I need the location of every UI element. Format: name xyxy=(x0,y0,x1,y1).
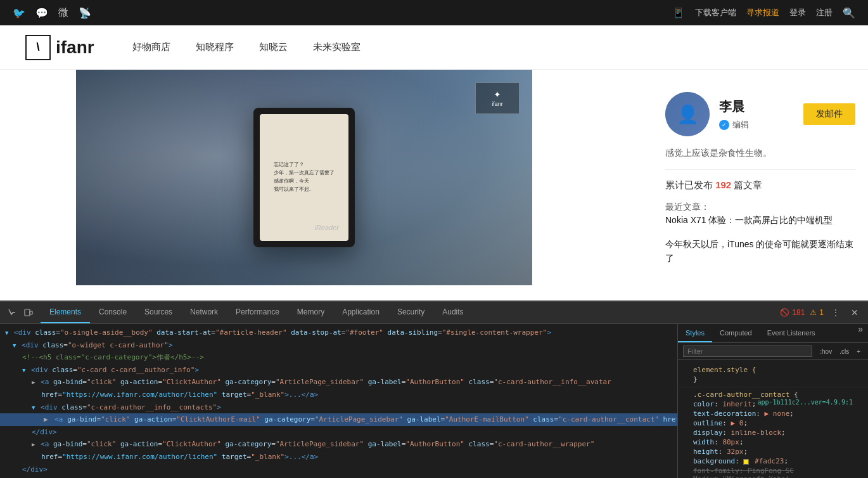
badge-text: 编辑 xyxy=(732,119,749,131)
html-line-9[interactable]: ▶ <a ga-bind="click" ga-action="ClicktAu… xyxy=(0,438,677,451)
color-swatch xyxy=(743,459,749,465)
html-line-4[interactable]: ▶ <a ga-bind="click" ga-action="ClicktAu… xyxy=(0,376,677,389)
styles-content: element.style { } .c-card-author__contac… xyxy=(678,360,868,478)
toggle-add[interactable]: + xyxy=(854,347,863,356)
rss-icon[interactable]: 📡 xyxy=(79,7,91,19)
stats-suffix: 篇文章 xyxy=(734,179,762,190)
topnav-right: 📱 下载客户端 寻求报道 登录 注册 🔍 xyxy=(672,7,855,19)
devtools-content: ▼ <div class="o-single-aside__body" data… xyxy=(0,324,868,478)
html-line-3[interactable]: ▼ <div class="c-card c-card__author_info… xyxy=(0,364,677,377)
arrow-9[interactable]: ▶ xyxy=(32,441,35,448)
inspector-icon[interactable] xyxy=(5,306,19,320)
devtools-panel: Elements Console Sources Network Perform… xyxy=(0,300,868,478)
error-icon: 🚫 xyxy=(780,308,789,317)
tab-memory[interactable]: Memory xyxy=(288,302,333,323)
styles-panel: Styles Computed Event Listeners » :hov .… xyxy=(678,324,868,478)
html-line-2[interactable]: <!--<h5 class="c-card-category">作者</h5>-… xyxy=(0,351,677,364)
top-navbar: 🐦 💬 微 📡 📱 下载客户端 寻求报道 登录 注册 🔍 xyxy=(0,0,868,25)
download-client-link[interactable]: 下载客户端 xyxy=(695,7,736,18)
author-bio: 感觉上应该是杂食性生物。 xyxy=(665,146,855,160)
style-rule-element: element.style { } xyxy=(678,363,868,387)
html-line-12[interactable]: ▶ <div class="c-card c-card-author__intr… xyxy=(0,475,677,478)
right-panel-tabs: Styles Computed Event Listeners » xyxy=(678,324,868,343)
elements-panel[interactable]: ▼ <div class="o-single-aside__body" data… xyxy=(0,324,678,478)
tab-performance[interactable]: Performance xyxy=(227,302,288,323)
recent-label: 最近文章： xyxy=(665,202,710,212)
seek-report-link[interactable]: 寻求报道 xyxy=(746,7,779,18)
logo-text: ifanr xyxy=(56,37,94,58)
nav-link-program[interactable]: 知晓程序 xyxy=(196,41,234,53)
recent-article-0[interactable]: Nokia X71 体验：一款高屏占比的中端机型 xyxy=(665,213,855,227)
tab-application[interactable]: Application xyxy=(333,302,388,323)
svg-rect-0 xyxy=(25,309,30,316)
nav-link-shop[interactable]: 好物商店 xyxy=(132,41,170,53)
tab-audits[interactable]: Audits xyxy=(433,302,472,323)
avatar-placeholder: 👤 xyxy=(665,92,710,136)
html-line-8[interactable]: </div> xyxy=(0,426,677,439)
toggle-cls[interactable]: .cls xyxy=(837,347,852,356)
ereader-text: 忘记这了了？ 少年，第一次真忘了需要了 感谢你啊，今天 我可以来了不起. xyxy=(274,161,335,193)
toggle-hover[interactable]: :hov xyxy=(817,347,834,356)
contact-source: app-1b111c2...ver=4.9.9:1 xyxy=(757,399,853,406)
badge-icon: ✓ xyxy=(719,120,729,130)
expand-right-tabs[interactable]: » xyxy=(853,324,868,342)
tab-computed[interactable]: Computed xyxy=(712,324,760,342)
html-line-6[interactable]: ▼ <div class="c-card-author__info__conta… xyxy=(0,401,677,414)
filter-bar: :hov .cls + xyxy=(678,343,868,360)
style-prop-width: width: 80px; xyxy=(683,437,863,447)
send-mail-button[interactable]: 发邮件 xyxy=(803,103,855,125)
more-options-button[interactable]: ⋮ xyxy=(829,306,843,320)
filter-toggles: :hov .cls + xyxy=(817,347,863,356)
arrow-4[interactable]: ▶ xyxy=(32,379,35,385)
devtools-left-icons xyxy=(0,306,41,320)
logo-symbol: \ xyxy=(36,41,39,54)
author-card: 👤 李晨 ✓ 编辑 发邮件 感觉上应该是杂食性生物。 累计已发布 192 xyxy=(665,82,855,285)
tab-console[interactable]: Console xyxy=(90,302,136,323)
device-icon[interactable] xyxy=(22,306,35,320)
tab-styles[interactable]: Styles xyxy=(678,324,712,342)
arrow-6[interactable]: ▼ xyxy=(32,404,35,411)
twitter-icon[interactable]: 🐦 xyxy=(13,7,25,19)
nav-link-lab[interactable]: 未来实验室 xyxy=(313,41,361,53)
register-link[interactable]: 注册 xyxy=(816,7,833,18)
sidebar: 👤 李晨 ✓ 编辑 发邮件 感觉上应该是杂食性生物。 累计已发布 192 xyxy=(653,70,868,300)
wechat-icon[interactable]: 💬 xyxy=(35,7,48,19)
login-link[interactable]: 登录 xyxy=(789,7,806,18)
arrow-0[interactable]: ▼ xyxy=(5,330,8,336)
tab-security[interactable]: Security xyxy=(388,302,433,323)
html-line-1[interactable]: ▼ <div class="o-widget c-card-author"> xyxy=(0,339,677,352)
devtools-tabs: Elements Console Sources Network Perform… xyxy=(41,302,473,323)
page-wrapper: 🐦 💬 微 📡 📱 下载客户端 寻求报道 登录 注册 🔍 \ ifanr 好物商… xyxy=(0,0,868,478)
html-line-5[interactable]: href="https://www.ifanr.com/author/liche… xyxy=(0,389,677,401)
tab-sources[interactable]: Sources xyxy=(136,302,181,323)
style-closing-brace-0: } xyxy=(683,375,863,384)
watermark-box: ✦ ifanr xyxy=(475,82,520,114)
devtools-right: 🚫 181 ⚠ 1 ⋮ ✕ xyxy=(774,306,868,320)
tab-event-listeners[interactable]: Event Listeners xyxy=(760,324,823,342)
contact-selector: .c-card-author__contact xyxy=(693,391,789,399)
tab-network[interactable]: Network xyxy=(181,302,227,323)
close-devtools-button[interactable]: ✕ xyxy=(848,306,862,320)
arrow-1[interactable]: ▼ xyxy=(13,342,16,349)
recent-article-1[interactable]: 今年秋天以后，iTunes 的使命可能就要逐渐结束了 xyxy=(665,237,855,266)
watermark-icon: ✦ xyxy=(494,89,501,100)
logo-box: \ xyxy=(25,35,51,60)
tab-elements[interactable]: Elements xyxy=(41,302,90,323)
html-line-7[interactable]: ▶ <a ga-bind="click" ga-action="ClicktAu… xyxy=(0,413,677,426)
style-prop-display: display: inline-block; xyxy=(683,428,863,437)
style-prop-textdec: text-decoration: ▶ none; xyxy=(683,409,863,418)
main-navbar: \ ifanr 好物商店 知晓程序 知晓云 未来实验室 xyxy=(0,25,868,70)
style-selector-contact: .c-card-author__contact app-1b111c2...ve… xyxy=(683,390,863,399)
nav-link-cloud[interactable]: 知晓云 xyxy=(259,41,288,53)
stats-prefix: 累计已发布 xyxy=(665,179,713,190)
ereader-device: 忘记这了了？ 少年，第一次真忘了需要了 感谢你啊，今天 我可以来了不起. iRe… xyxy=(253,108,355,247)
search-icon[interactable]: 🔍 xyxy=(843,7,855,19)
html-line-11[interactable]: </div> xyxy=(0,463,677,476)
devtools-toolbar: Elements Console Sources Network Perform… xyxy=(0,302,868,324)
filter-input[interactable] xyxy=(683,346,812,357)
weibo-icon[interactable]: 微 xyxy=(58,6,68,20)
arrow-3[interactable]: ▼ xyxy=(22,367,25,373)
article-wrapper: 忘记这了了？ 少年，第一次真忘了需要了 感谢你啊，今天 我可以来了不起. iRe… xyxy=(0,70,653,300)
html-line-10[interactable]: href="https://www.ifanr.com/author/liche… xyxy=(0,451,677,463)
html-line-0[interactable]: ▼ <div class="o-single-aside__body" data… xyxy=(0,326,677,339)
